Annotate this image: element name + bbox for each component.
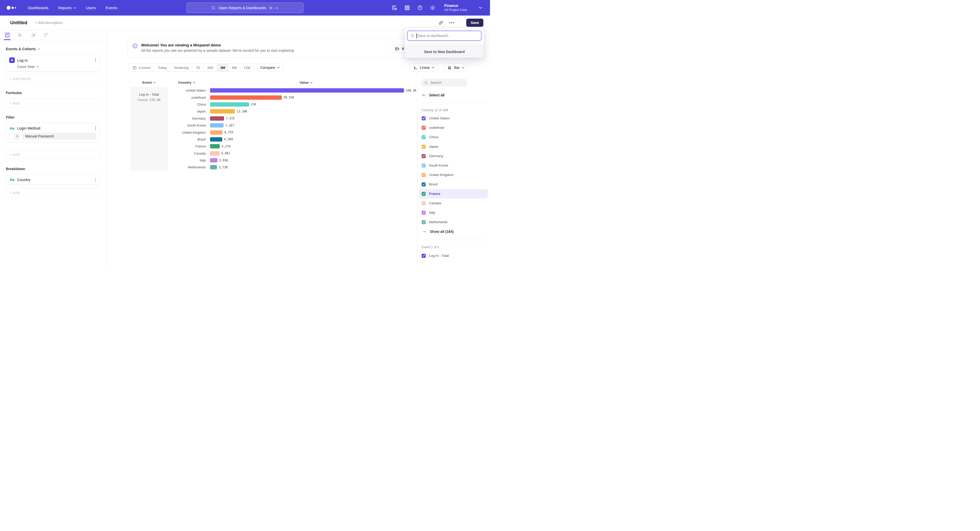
- kebab-menu-icon[interactable]: [95, 177, 97, 182]
- bar[interactable]: [210, 102, 249, 106]
- date-yesterday[interactable]: Yesterday: [170, 64, 192, 71]
- legend-item[interactable]: Netherlands: [419, 217, 488, 227]
- bar-row: China 21K: [168, 101, 417, 108]
- bar[interactable]: [210, 123, 224, 127]
- event-summary-card[interactable]: Log In - Total Overall 276.5K: [130, 87, 168, 171]
- checkbox-checked[interactable]: [422, 154, 426, 158]
- more-options-icon[interactable]: [449, 22, 454, 23]
- tab-insights[interactable]: [4, 30, 10, 40]
- checkbox-checked[interactable]: [422, 201, 426, 205]
- checkbox-checked[interactable]: [422, 192, 426, 196]
- report-title[interactable]: Untitled: [10, 20, 27, 25]
- data-management-icon[interactable]: [391, 5, 397, 11]
- legend-item[interactable]: United States: [419, 114, 488, 123]
- legend-item[interactable]: South Korea: [419, 161, 488, 170]
- legend-item[interactable]: Japan: [419, 142, 488, 151]
- compare-button[interactable]: Compare: [257, 63, 283, 72]
- metric-card-log-in[interactable]: A Log In Count Total: [6, 55, 100, 71]
- date-7d[interactable]: 7D: [192, 64, 204, 71]
- checkbox-checked[interactable]: [422, 135, 426, 139]
- date-6m[interactable]: 6M: [229, 64, 240, 71]
- legend-item[interactable]: undefined: [419, 123, 488, 132]
- bar[interactable]: [210, 137, 222, 141]
- checkbox-checked[interactable]: [422, 173, 426, 177]
- mixpanel-logo-icon[interactable]: [6, 6, 16, 10]
- date-30d[interactable]: 30D: [204, 64, 217, 71]
- legend-item[interactable]: Italy: [419, 208, 488, 217]
- bar[interactable]: [210, 158, 218, 162]
- nav-events[interactable]: Events: [106, 6, 118, 10]
- column-header-event[interactable]: Event: [130, 81, 168, 84]
- legend-item[interactable]: United Kingdom: [419, 170, 488, 179]
- events-cohorts-header[interactable]: Events & Cohorts: [6, 47, 100, 51]
- bar[interactable]: [210, 109, 235, 114]
- date-3m-selected[interactable]: 3M: [217, 64, 229, 71]
- nav-reports[interactable]: Reports: [58, 6, 76, 10]
- apps-grid-icon[interactable]: [404, 5, 410, 11]
- checkbox-checked[interactable]: [422, 220, 426, 224]
- help-icon[interactable]: [417, 5, 423, 11]
- legend-search-input[interactable]: Search: [422, 79, 467, 86]
- checkbox-checked[interactable]: [422, 116, 426, 120]
- scale-selector[interactable]: Linear: [410, 63, 438, 72]
- bar[interactable]: [210, 95, 282, 100]
- add-formula-button[interactable]: + Add: [6, 98, 100, 108]
- save-to-new-dashboard-button[interactable]: Save to New Dashboard: [405, 45, 484, 58]
- kebab-menu-icon[interactable]: [95, 58, 97, 63]
- nav-users[interactable]: Users: [86, 6, 96, 10]
- add-breakdown-button[interactable]: + Add: [6, 188, 100, 197]
- nav-right-group: Finance All Project Data: [391, 3, 484, 12]
- checkbox-checked[interactable]: [422, 163, 426, 168]
- legend-item[interactable]: Canada: [419, 198, 488, 208]
- save-dashboard-search-input[interactable]: Save to dashboard...: [407, 31, 481, 41]
- bar[interactable]: [210, 88, 404, 93]
- save-button[interactable]: Save: [466, 19, 484, 27]
- filter-operator[interactable]: =: [14, 133, 20, 139]
- project-chevron-down-icon[interactable]: [477, 5, 484, 11]
- global-search[interactable]: Open Reports & Dashboards ⌘ + K: [186, 3, 304, 13]
- chart-type-selector[interactable]: Bar: [444, 63, 468, 72]
- checkbox-checked[interactable]: [422, 126, 426, 130]
- filter-value[interactable]: Manual Password: [22, 133, 97, 139]
- add-description-field[interactable]: + Add description...: [35, 21, 65, 25]
- checkbox-checked[interactable]: [422, 211, 426, 215]
- calendar-icon: [132, 65, 137, 70]
- checkbox-checked[interactable]: [422, 144, 426, 149]
- checkbox-checked[interactable]: [422, 182, 426, 186]
- project-selector[interactable]: Finance All Project Data: [444, 3, 467, 12]
- bar[interactable]: [210, 165, 217, 170]
- legend-item[interactable]: Germany: [419, 151, 488, 161]
- settings-gear-icon[interactable]: [430, 5, 436, 11]
- tab-retention[interactable]: [43, 30, 49, 40]
- bar-row: undefined 38.55K: [168, 94, 417, 101]
- add-metric-button[interactable]: + Add Metric: [6, 74, 100, 83]
- bar[interactable]: [210, 130, 223, 135]
- select-all-checkbox-indeterminate[interactable]: [422, 93, 426, 97]
- checkbox-checked[interactable]: [422, 254, 426, 258]
- bar[interactable]: [210, 116, 224, 120]
- column-header-country[interactable]: Country: [168, 81, 206, 84]
- copy-link-icon[interactable]: [438, 21, 443, 25]
- legend-item[interactable]: Brazil: [419, 179, 488, 189]
- legend-item[interactable]: China: [419, 132, 488, 142]
- tab-funnels[interactable]: [18, 30, 23, 40]
- column-header-value[interactable]: Value: [210, 81, 402, 84]
- nav-dashboards[interactable]: Dashboards: [28, 6, 48, 10]
- legend-item-highlighted[interactable]: France: [419, 189, 488, 198]
- filter-card-login-method[interactable]: Aa Login Method = Manual Password: [6, 123, 100, 142]
- horizontal-bars-icon: [448, 65, 452, 70]
- select-all-row[interactable]: Select all: [422, 93, 485, 97]
- kebab-menu-icon[interactable]: [95, 126, 97, 131]
- show-all-toggle[interactable]: Show all (184): [422, 227, 485, 236]
- date-12m[interactable]: 12M: [240, 64, 254, 71]
- legend-item-event[interactable]: Log In - Total: [419, 251, 488, 260]
- top-nav: Dashboards Reports Users Events Open Rep…: [0, 0, 490, 16]
- bar[interactable]: [210, 144, 220, 149]
- date-today[interactable]: Today: [154, 64, 170, 71]
- tab-flows[interactable]: [30, 30, 36, 40]
- bar[interactable]: [210, 151, 220, 155]
- breakdown-card-country[interactable]: Aa Country: [6, 174, 100, 185]
- add-filter-button[interactable]: + Add: [6, 150, 100, 159]
- date-custom[interactable]: Custom: [129, 64, 154, 71]
- aggregation-selector[interactable]: Count Total: [9, 65, 97, 68]
